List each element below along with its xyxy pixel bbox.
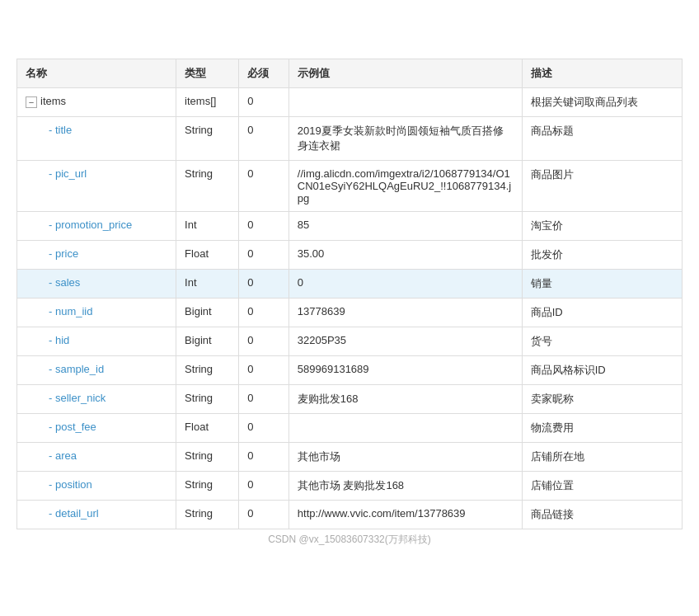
cell-required: 0	[239, 443, 289, 472]
cell-required: 0	[239, 241, 289, 270]
table-row: - seller_nickString0麦购批发168卖家昵称	[17, 385, 683, 414]
cell-required: 0	[239, 212, 289, 241]
cell-example: 麦购批发168	[289, 385, 522, 414]
cell-required: 0	[239, 414, 289, 443]
cell-name: −items	[17, 88, 176, 117]
table-row: - promotion_priceInt085淘宝价	[17, 212, 683, 241]
table-row: −itemsitems[]0根据关键词取商品列表	[17, 88, 683, 117]
col-example: 示例值	[289, 59, 522, 88]
cell-example	[289, 88, 522, 117]
cell-description: 商品标题	[522, 117, 682, 161]
field-name-text: - pic_url	[26, 167, 167, 180]
cell-type: Bigint	[176, 299, 239, 327]
table-row: - priceFloat035.00批发价	[17, 241, 683, 270]
cell-example: 85	[289, 212, 522, 241]
cell-required: 0	[239, 385, 289, 414]
cell-required: 0	[239, 88, 289, 117]
table-row: - hidBigint032205P35货号	[17, 327, 683, 356]
table-row: - sample_idString0589969131689商品风格标识ID	[17, 356, 683, 385]
cell-name: - detail_url	[17, 501, 176, 529]
field-name-text: - sales	[26, 276, 167, 289]
cell-example: http://www.vvic.com/item/13778639	[289, 501, 522, 529]
cell-type: String	[176, 443, 239, 472]
cell-name: - promotion_price	[17, 212, 176, 241]
table-row: - post_feeFloat0物流费用	[17, 414, 683, 443]
table-row: - areaString0其他市场店铺所在地	[17, 443, 683, 472]
field-name-text: items	[40, 95, 66, 107]
cell-name: - pic_url	[17, 161, 176, 212]
cell-example: 32205P35	[289, 327, 522, 356]
field-name-text: - area	[26, 449, 167, 462]
cell-description: 店铺位置	[522, 472, 682, 501]
cell-required: 0	[239, 299, 289, 327]
cell-type: String	[176, 472, 239, 501]
cell-type: items[]	[176, 88, 239, 117]
cell-example: 0	[289, 270, 522, 299]
table-row: - titleString02019夏季女装新款时尚圆领短袖气质百搭修身连衣裙商…	[17, 117, 683, 161]
cell-description: 物流费用	[522, 414, 682, 443]
field-name-text: - promotion_price	[26, 219, 167, 231]
collapse-button[interactable]: −	[26, 96, 37, 108]
col-required: 必须	[239, 59, 289, 88]
col-description: 描述	[522, 59, 682, 88]
cell-name: - price	[17, 241, 176, 270]
table-row: - pic_urlString0//img.alicdn.com/imgextr…	[17, 161, 683, 212]
cell-description: 商品链接	[522, 501, 682, 529]
cell-required: 0	[239, 327, 289, 356]
cell-type: String	[176, 161, 239, 212]
cell-type: String	[176, 501, 239, 529]
cell-type: Float	[176, 414, 239, 443]
cell-description: 商品风格标识ID	[522, 356, 682, 385]
cell-type: Int	[176, 212, 239, 241]
field-name-text: - price	[26, 247, 167, 260]
cell-example: 589969131689	[289, 356, 522, 385]
table-row: - salesInt00销量	[17, 270, 683, 299]
cell-example	[289, 414, 522, 443]
table-row: - detail_urlString0http://www.vvic.com/i…	[17, 501, 683, 529]
cell-description: 销量	[522, 270, 682, 299]
table-body: −itemsitems[]0根据关键词取商品列表- titleString020…	[17, 88, 683, 529]
params-table: 名称 类型 必须 示例值 描述 −itemsitems[]0根据关键词取商品列表…	[16, 59, 683, 529]
col-name: 名称	[17, 59, 176, 88]
field-name-text: - post_fee	[26, 421, 167, 433]
cell-type: String	[176, 385, 239, 414]
cell-required: 0	[239, 117, 289, 161]
cell-example: 其他市场	[289, 443, 522, 472]
cell-name: - title	[17, 117, 176, 161]
cell-name: - sample_id	[17, 356, 176, 385]
cell-name: - post_fee	[17, 414, 176, 443]
cell-example: 13778639	[289, 299, 522, 327]
table-row: - positionString0其他市场 麦购批发168店铺位置	[17, 472, 683, 501]
cell-description: 根据关键词取商品列表	[522, 88, 682, 117]
cell-example: 2019夏季女装新款时尚圆领短袖气质百搭修身连衣裙	[289, 117, 522, 161]
col-type: 类型	[176, 59, 239, 88]
cell-name: - sales	[17, 270, 176, 299]
cell-description: 商品图片	[522, 161, 682, 212]
cell-type: String	[176, 356, 239, 385]
cell-required: 0	[239, 270, 289, 299]
cell-description: 店铺所在地	[522, 443, 682, 472]
cell-type: Int	[176, 270, 239, 299]
cell-required: 0	[239, 356, 289, 385]
cell-required: 0	[239, 501, 289, 529]
cell-required: 0	[239, 472, 289, 501]
cell-description: 商品ID	[522, 299, 682, 327]
version-line	[16, 33, 683, 45]
cell-description: 货号	[522, 327, 682, 356]
field-name-text: - title	[26, 124, 167, 136]
cell-type: Bigint	[176, 327, 239, 356]
table-header: 名称 类型 必须 示例值 描述	[17, 59, 683, 88]
watermark: CSDN @vx_15083607332(万邦科技)	[16, 533, 683, 547]
cell-example: //img.alicdn.com/imgextra/i2/1068779134/…	[289, 161, 522, 212]
cell-name: - num_iid	[17, 299, 176, 327]
cell-name: - area	[17, 443, 176, 472]
field-name-text: - position	[26, 478, 167, 491]
cell-description: 批发价	[522, 241, 682, 270]
table-row: - num_iidBigint013778639商品ID	[17, 299, 683, 327]
cell-example: 其他市场 麦购批发168	[289, 472, 522, 501]
cell-name: - seller_nick	[17, 385, 176, 414]
cell-required: 0	[239, 161, 289, 212]
field-name-text: - num_iid	[26, 305, 167, 317]
field-name-text: - sample_id	[26, 363, 167, 375]
cell-type: String	[176, 117, 239, 161]
